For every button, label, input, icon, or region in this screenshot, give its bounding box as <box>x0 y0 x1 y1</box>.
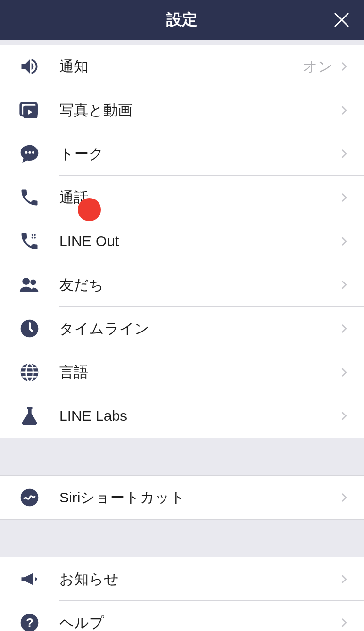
list-item-language[interactable]: 言語 <box>0 350 364 394</box>
list-item-announcements[interactable]: お知らせ <box>0 557 364 601</box>
list-item-label: LINE Labs <box>59 408 339 424</box>
list-item-lineout[interactable]: LINE Out <box>0 219 364 263</box>
clock-icon <box>17 316 42 341</box>
svg-text:?: ? <box>26 616 33 630</box>
touch-indicator <box>78 198 101 221</box>
list-item-notifications[interactable]: 通知 オン <box>0 45 364 88</box>
chat-icon <box>17 142 42 166</box>
list-item-label: LINE Out <box>59 233 339 249</box>
list-item-calls[interactable]: 通話 <box>0 176 364 219</box>
chevron-right-icon <box>339 492 349 503</box>
section-divider <box>0 438 364 476</box>
chevron-right-icon <box>339 367 349 378</box>
svg-point-10 <box>32 237 33 239</box>
chevron-right-icon <box>339 149 349 159</box>
media-icon <box>17 98 42 122</box>
list-item-label: 写真と動画 <box>59 100 339 120</box>
list-item-label: 言語 <box>59 363 339 382</box>
svg-point-5 <box>25 151 27 154</box>
chevron-right-icon <box>339 411 349 421</box>
chevron-right-icon <box>339 280 349 290</box>
list-item-label: 通話 <box>59 188 339 208</box>
chevron-right-icon <box>339 105 349 116</box>
list-item-label: ヘルプ <box>59 613 339 631</box>
list-item-label: トーク <box>59 144 339 164</box>
chevron-right-icon <box>339 574 349 584</box>
chevron-right-icon <box>339 323 349 334</box>
page-title: 設定 <box>166 9 198 31</box>
svg-point-8 <box>32 234 33 236</box>
chevron-right-icon <box>339 192 349 203</box>
list-item-label: タイムライン <box>59 319 339 339</box>
chevron-right-icon <box>339 236 349 247</box>
lineout-icon <box>17 229 42 253</box>
list-item-label: 通知 <box>59 57 303 77</box>
list-item-label: 友だち <box>59 275 339 295</box>
svg-point-7 <box>32 151 34 154</box>
phone-icon <box>17 185 42 210</box>
settings-list-group2: Siriショートカット <box>0 476 364 519</box>
section-divider <box>0 40 364 45</box>
settings-list-group1: 通知 オン 写真と動画 トーク 通話 LINE Out <box>0 45 364 438</box>
svg-point-11 <box>34 237 36 239</box>
globe-icon <box>17 360 42 384</box>
megaphone-icon <box>17 567 42 591</box>
svg-point-13 <box>30 279 36 285</box>
svg-point-6 <box>28 151 31 154</box>
close-button[interactable] <box>332 10 351 30</box>
chevron-right-icon <box>339 61 349 72</box>
header: 設定 <box>0 0 364 40</box>
list-item-labs[interactable]: LINE Labs <box>0 394 364 438</box>
list-item-label: Siriショートカット <box>59 488 339 508</box>
list-item-photos-videos[interactable]: 写真と動画 <box>0 88 364 132</box>
list-item-siri[interactable]: Siriショートカット <box>0 476 364 519</box>
section-divider <box>0 519 364 557</box>
settings-list-group3: お知らせ ? ヘルプ <box>0 557 364 631</box>
list-item-value: オン <box>303 57 333 77</box>
list-item-friends[interactable]: 友だち <box>0 263 364 307</box>
siri-icon <box>17 485 42 510</box>
list-item-label: お知らせ <box>59 569 339 589</box>
speaker-icon <box>17 54 42 79</box>
list-item-help[interactable]: ? ヘルプ <box>0 601 364 631</box>
help-icon: ? <box>17 611 42 631</box>
list-item-timeline[interactable]: タイムライン <box>0 307 364 350</box>
svg-point-12 <box>22 278 30 285</box>
friends-icon <box>17 273 42 297</box>
flask-icon <box>17 404 42 428</box>
close-icon <box>333 11 350 29</box>
list-item-talk[interactable]: トーク <box>0 132 364 176</box>
svg-point-9 <box>34 234 36 236</box>
chevron-right-icon <box>339 617 349 628</box>
